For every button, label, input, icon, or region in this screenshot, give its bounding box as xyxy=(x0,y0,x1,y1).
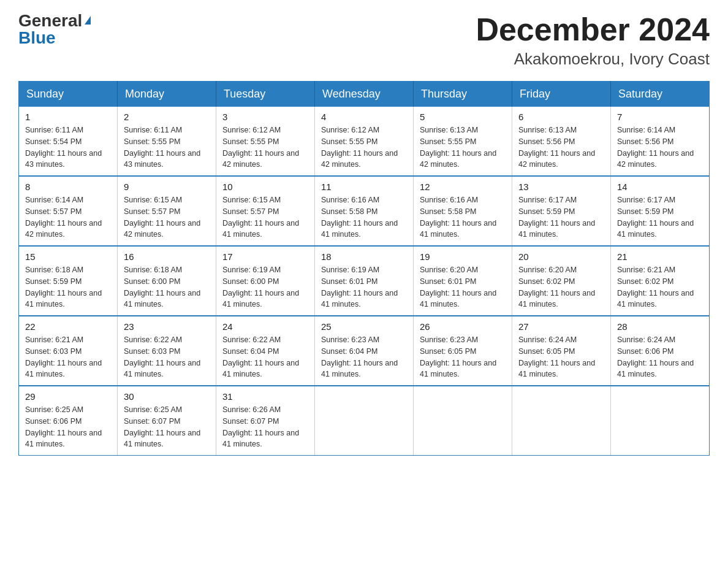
day-info: Sunrise: 6:24 AM Sunset: 6:06 PM Dayligh… xyxy=(617,334,703,380)
day-number: 22 xyxy=(25,321,111,332)
calendar-week-row: 29 Sunrise: 6:25 AM Sunset: 6:06 PM Dayl… xyxy=(19,386,710,456)
daylight-label: Daylight: 11 hours and 41 minutes. xyxy=(617,359,694,379)
day-number: 16 xyxy=(124,251,210,262)
day-number: 11 xyxy=(321,182,407,192)
calendar-day-cell xyxy=(512,386,611,456)
weekday-header-thursday: Thursday xyxy=(414,82,512,107)
daylight-label: Daylight: 11 hours and 41 minutes. xyxy=(25,359,102,379)
sunset-label: Sunset: 5:55 PM xyxy=(124,137,180,146)
weekday-header-row: SundayMondayTuesdayWednesdayThursdayFrid… xyxy=(19,82,710,107)
daylight-label: Daylight: 11 hours and 41 minutes. xyxy=(420,219,496,239)
day-number: 9 xyxy=(124,182,210,192)
sunrise-label: Sunrise: 6:25 AM xyxy=(124,405,182,414)
day-info: Sunrise: 6:14 AM Sunset: 5:56 PM Dayligh… xyxy=(617,124,703,170)
day-number: 2 xyxy=(124,112,210,122)
calendar-day-cell: 25 Sunrise: 6:23 AM Sunset: 6:04 PM Dayl… xyxy=(315,316,414,386)
day-number: 7 xyxy=(617,112,703,122)
day-number: 13 xyxy=(518,182,604,192)
logo: General Blue xyxy=(18,12,91,47)
sunrise-label: Sunrise: 6:22 AM xyxy=(222,335,281,344)
calendar-day-cell: 2 Sunrise: 6:11 AM Sunset: 5:55 PM Dayli… xyxy=(118,107,216,176)
sunset-label: Sunset: 6:02 PM xyxy=(617,277,673,286)
day-number: 14 xyxy=(617,182,703,192)
calendar-day-cell: 23 Sunrise: 6:22 AM Sunset: 6:03 PM Dayl… xyxy=(118,316,216,386)
daylight-label: Daylight: 11 hours and 41 minutes. xyxy=(321,289,398,309)
sunset-label: Sunset: 6:01 PM xyxy=(321,277,377,286)
sunrise-label: Sunrise: 6:24 AM xyxy=(518,335,577,344)
calendar-day-cell: 30 Sunrise: 6:25 AM Sunset: 6:07 PM Dayl… xyxy=(118,386,216,456)
sunrise-label: Sunrise: 6:25 AM xyxy=(25,405,83,414)
sunset-label: Sunset: 5:59 PM xyxy=(518,207,575,216)
weekday-header-sunday: Sunday xyxy=(19,82,118,107)
sunset-label: Sunset: 6:02 PM xyxy=(518,277,575,286)
day-info: Sunrise: 6:25 AM Sunset: 6:07 PM Dayligh… xyxy=(124,404,210,450)
sunrise-label: Sunrise: 6:15 AM xyxy=(124,196,182,204)
sunset-label: Sunset: 6:04 PM xyxy=(321,347,377,356)
sunset-label: Sunset: 6:03 PM xyxy=(124,347,180,356)
sunrise-label: Sunrise: 6:18 AM xyxy=(25,266,83,274)
calendar-day-cell: 9 Sunrise: 6:15 AM Sunset: 5:57 PM Dayli… xyxy=(118,176,216,246)
weekday-header-tuesday: Tuesday xyxy=(216,82,315,107)
title-area: December 2024 Akakomoekrou, Ivory Coast xyxy=(476,12,710,69)
sunrise-label: Sunrise: 6:13 AM xyxy=(420,126,478,134)
sunrise-label: Sunrise: 6:16 AM xyxy=(321,196,379,204)
daylight-label: Daylight: 11 hours and 42 minutes. xyxy=(124,219,200,239)
calendar-day-cell xyxy=(414,386,512,456)
day-number: 21 xyxy=(617,251,703,262)
daylight-label: Daylight: 11 hours and 41 minutes. xyxy=(518,219,595,239)
day-info: Sunrise: 6:23 AM Sunset: 6:05 PM Dayligh… xyxy=(420,334,506,380)
day-number: 24 xyxy=(222,321,308,332)
day-number: 27 xyxy=(518,321,604,332)
daylight-label: Daylight: 11 hours and 42 minutes. xyxy=(420,149,496,169)
day-info: Sunrise: 6:15 AM Sunset: 5:57 PM Dayligh… xyxy=(124,194,210,240)
day-info: Sunrise: 6:17 AM Sunset: 5:59 PM Dayligh… xyxy=(617,194,703,240)
sunrise-label: Sunrise: 6:11 AM xyxy=(124,126,182,134)
sunset-label: Sunset: 5:59 PM xyxy=(617,207,673,216)
weekday-header-saturday: Saturday xyxy=(611,82,710,107)
sunrise-label: Sunrise: 6:19 AM xyxy=(321,266,379,274)
sunrise-label: Sunrise: 6:20 AM xyxy=(420,266,478,274)
calendar-day-cell: 15 Sunrise: 6:18 AM Sunset: 5:59 PM Dayl… xyxy=(19,246,118,316)
calendar-day-cell: 24 Sunrise: 6:22 AM Sunset: 6:04 PM Dayl… xyxy=(216,316,315,386)
page-header: General Blue December 2024 Akakomoekrou,… xyxy=(18,12,710,69)
sunrise-label: Sunrise: 6:16 AM xyxy=(420,196,478,204)
day-info: Sunrise: 6:23 AM Sunset: 6:04 PM Dayligh… xyxy=(321,334,407,380)
daylight-label: Daylight: 11 hours and 41 minutes. xyxy=(124,289,200,309)
day-info: Sunrise: 6:12 AM Sunset: 5:55 PM Dayligh… xyxy=(321,124,407,170)
sunset-label: Sunset: 6:05 PM xyxy=(518,347,575,356)
day-info: Sunrise: 6:16 AM Sunset: 5:58 PM Dayligh… xyxy=(321,194,407,240)
sunrise-label: Sunrise: 6:11 AM xyxy=(25,126,83,134)
sunrise-label: Sunrise: 6:15 AM xyxy=(222,196,281,204)
daylight-label: Daylight: 11 hours and 41 minutes. xyxy=(321,359,398,379)
calendar-day-cell: 6 Sunrise: 6:13 AM Sunset: 5:56 PM Dayli… xyxy=(512,107,611,176)
day-info: Sunrise: 6:12 AM Sunset: 5:55 PM Dayligh… xyxy=(222,124,308,170)
calendar-day-cell: 27 Sunrise: 6:24 AM Sunset: 6:05 PM Dayl… xyxy=(512,316,611,386)
sunrise-label: Sunrise: 6:23 AM xyxy=(420,335,478,344)
daylight-label: Daylight: 11 hours and 41 minutes. xyxy=(222,359,299,379)
day-number: 5 xyxy=(420,112,506,122)
day-info: Sunrise: 6:21 AM Sunset: 6:03 PM Dayligh… xyxy=(25,334,111,380)
day-number: 20 xyxy=(518,251,604,262)
day-number: 1 xyxy=(25,112,111,122)
calendar-day-cell: 5 Sunrise: 6:13 AM Sunset: 5:55 PM Dayli… xyxy=(414,107,512,176)
day-info: Sunrise: 6:16 AM Sunset: 5:58 PM Dayligh… xyxy=(420,194,506,240)
sunset-label: Sunset: 6:05 PM xyxy=(420,347,476,356)
calendar-day-cell: 1 Sunrise: 6:11 AM Sunset: 5:54 PM Dayli… xyxy=(19,107,118,176)
calendar-day-cell: 19 Sunrise: 6:20 AM Sunset: 6:01 PM Dayl… xyxy=(414,246,512,316)
day-info: Sunrise: 6:19 AM Sunset: 6:00 PM Dayligh… xyxy=(222,264,308,310)
calendar-day-cell: 26 Sunrise: 6:23 AM Sunset: 6:05 PM Dayl… xyxy=(414,316,512,386)
day-number: 23 xyxy=(124,321,210,332)
daylight-label: Daylight: 11 hours and 42 minutes. xyxy=(617,149,694,169)
day-number: 29 xyxy=(25,391,111,402)
day-number: 15 xyxy=(25,251,111,262)
day-info: Sunrise: 6:20 AM Sunset: 6:01 PM Dayligh… xyxy=(420,264,506,310)
calendar-day-cell: 18 Sunrise: 6:19 AM Sunset: 6:01 PM Dayl… xyxy=(315,246,414,316)
calendar-day-cell: 20 Sunrise: 6:20 AM Sunset: 6:02 PM Dayl… xyxy=(512,246,611,316)
calendar-week-row: 22 Sunrise: 6:21 AM Sunset: 6:03 PM Dayl… xyxy=(19,316,710,386)
weekday-header-wednesday: Wednesday xyxy=(315,82,414,107)
day-number: 31 xyxy=(222,391,308,402)
calendar-day-cell: 12 Sunrise: 6:16 AM Sunset: 5:58 PM Dayl… xyxy=(414,176,512,246)
location-title: Akakomoekrou, Ivory Coast xyxy=(476,50,710,69)
daylight-label: Daylight: 11 hours and 41 minutes. xyxy=(124,429,200,449)
daylight-label: Daylight: 11 hours and 41 minutes. xyxy=(617,219,694,239)
